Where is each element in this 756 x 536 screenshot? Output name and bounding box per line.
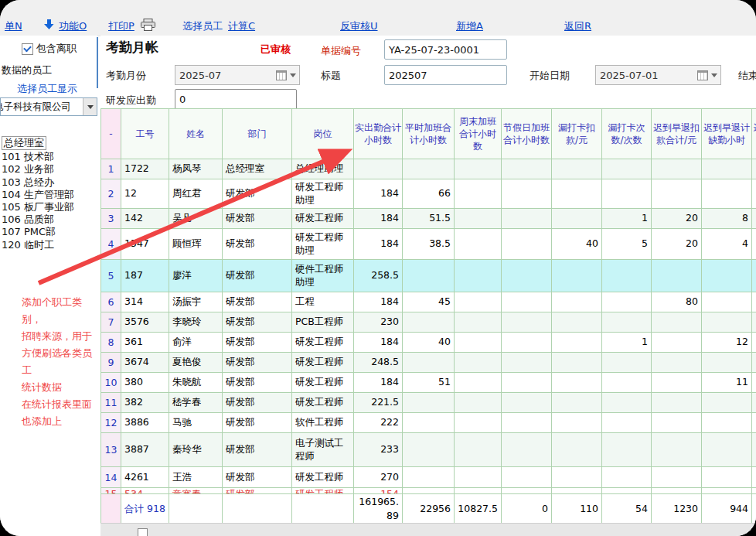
title-input[interactable]: 202507 bbox=[384, 65, 507, 85]
column-header-position[interactable]: 岗位 bbox=[292, 109, 354, 159]
cell-late-leave-fine[interactable]: 20 bbox=[652, 229, 702, 260]
cell-department[interactable]: 研发部 bbox=[223, 373, 292, 393]
cell-actual-hours[interactable]: 258.5 bbox=[354, 260, 403, 292]
cell-actual-hours[interactable]: 184 bbox=[354, 179, 403, 209]
cell-late-leave-fine[interactable] bbox=[652, 353, 702, 373]
cell-overflow[interactable] bbox=[752, 488, 756, 494]
cell-late-leave-fine[interactable]: 20 bbox=[652, 209, 702, 229]
month-input[interactable]: 2025-07 bbox=[175, 65, 300, 85]
column-header-name[interactable]: 姓名 bbox=[169, 109, 223, 159]
cell-weekend-ot[interactable] bbox=[455, 353, 502, 373]
cell-department[interactable]: 研发部 bbox=[223, 353, 292, 373]
row-selector[interactable]: 5 bbox=[101, 260, 121, 292]
cell-weekend-ot[interactable] bbox=[455, 467, 502, 488]
cell-overflow[interactable] bbox=[752, 312, 756, 333]
cell-position[interactable]: 工程 bbox=[292, 292, 354, 312]
cell-position[interactable]: 研发工程师助理 bbox=[292, 229, 354, 260]
cell-late-leave-fine[interactable] bbox=[652, 488, 702, 494]
cell-weekend-ot[interactable] bbox=[455, 179, 502, 209]
cell-overflow[interactable] bbox=[752, 433, 756, 467]
cell-overflow[interactable] bbox=[752, 413, 756, 433]
cell-missed-punch-count[interactable] bbox=[602, 159, 652, 179]
cell-emp-id[interactable]: 4261 bbox=[121, 467, 169, 488]
row-selector[interactable]: 3 bbox=[101, 209, 121, 229]
cell-missed-punch-count[interactable] bbox=[602, 312, 652, 333]
column-header-weekday-ot[interactable]: 平时加班合计小时数 bbox=[403, 109, 455, 159]
cell-late-leave-hours[interactable]: 11 bbox=[702, 373, 752, 393]
row-selector[interactable]: 12 bbox=[101, 413, 121, 433]
department-item[interactable]: 120 临时工 bbox=[2, 239, 74, 251]
cell-missed-punch-fine[interactable] bbox=[552, 393, 602, 413]
cell-overflow[interactable] bbox=[752, 467, 756, 488]
cell-department[interactable]: 研发部 bbox=[223, 433, 292, 467]
cell-weekday-ot[interactable] bbox=[403, 159, 455, 179]
cell-late-leave-hours[interactable]: 4 bbox=[702, 229, 752, 260]
cell-holiday-ot[interactable] bbox=[502, 179, 552, 209]
cell-weekend-ot[interactable] bbox=[455, 373, 502, 393]
cell-weekday-ot[interactable] bbox=[403, 488, 455, 494]
cell-name[interactable]: 马驰 bbox=[169, 413, 223, 433]
column-header-department[interactable]: 部门 bbox=[223, 109, 292, 159]
cell-late-leave-hours[interactable] bbox=[702, 179, 752, 209]
cell-holiday-ot[interactable] bbox=[502, 433, 552, 467]
cell-missed-punch-count[interactable] bbox=[602, 393, 652, 413]
cell-emp-id[interactable]: 142 bbox=[121, 209, 169, 229]
bottom-checkbox[interactable] bbox=[138, 528, 148, 536]
cell-overflow[interactable] bbox=[752, 159, 756, 179]
cell-missed-punch-count[interactable]: 1 bbox=[602, 209, 652, 229]
cell-missed-punch-fine[interactable] bbox=[552, 353, 602, 373]
cell-missed-punch-count[interactable] bbox=[602, 179, 652, 209]
cell-late-leave-fine[interactable] bbox=[652, 373, 702, 393]
cell-holiday-ot[interactable] bbox=[502, 260, 552, 292]
cell-weekday-ot[interactable]: 40 bbox=[403, 333, 455, 353]
cell-name[interactable]: 汤振宇 bbox=[169, 292, 223, 312]
cell-weekend-ot[interactable] bbox=[455, 413, 502, 433]
column-header-holiday-ot[interactable]: 节假日加班合计小时数 bbox=[502, 109, 552, 159]
cell-late-leave-hours[interactable] bbox=[702, 433, 752, 467]
cell-missed-punch-count[interactable] bbox=[602, 433, 652, 467]
cell-weekday-ot[interactable] bbox=[403, 312, 455, 333]
cell-emp-id[interactable]: 3887 bbox=[121, 433, 169, 467]
cell-holiday-ot[interactable] bbox=[502, 159, 552, 179]
department-item[interactable]: 总经理室 bbox=[2, 136, 46, 150]
cell-late-leave-hours[interactable] bbox=[702, 488, 752, 494]
cell-missed-punch-fine[interactable] bbox=[552, 488, 602, 494]
row-selector[interactable]: 1 bbox=[101, 159, 121, 179]
cell-holiday-ot[interactable] bbox=[502, 467, 552, 488]
cell-holiday-ot[interactable] bbox=[502, 333, 552, 353]
cell-weekday-ot[interactable] bbox=[403, 260, 455, 292]
cell-weekend-ot[interactable] bbox=[455, 292, 502, 312]
cell-late-leave-hours[interactable] bbox=[702, 159, 752, 179]
include-resigned-checkbox[interactable]: 包含离职 bbox=[22, 42, 77, 56]
cell-emp-id[interactable]: 3674 bbox=[121, 353, 169, 373]
cell-missed-punch-fine[interactable] bbox=[552, 433, 602, 467]
cell-name[interactable]: 朱晓航 bbox=[169, 373, 223, 393]
cell-actual-hours[interactable] bbox=[354, 159, 403, 179]
cell-weekday-ot[interactable]: 38.5 bbox=[403, 229, 455, 260]
cell-weekday-ot[interactable]: 51 bbox=[403, 373, 455, 393]
row-selector[interactable]: 8 bbox=[101, 333, 121, 353]
cell-weekend-ot[interactable] bbox=[455, 433, 502, 467]
row-selector[interactable]: 2 bbox=[101, 179, 121, 209]
cell-name[interactable]: 吴凡 bbox=[169, 209, 223, 229]
cell-name[interactable]: 嵇学春 bbox=[169, 393, 223, 413]
column-header-selector[interactable]: - bbox=[101, 109, 121, 159]
cell-late-leave-fine[interactable] bbox=[652, 312, 702, 333]
cell-position[interactable]: 电子测试工程师 bbox=[292, 433, 354, 467]
cell-overflow[interactable] bbox=[752, 353, 756, 373]
cell-department[interactable]: 研发部 bbox=[223, 333, 292, 353]
row-selector[interactable]: 15 bbox=[101, 488, 121, 494]
toolbar-item[interactable]: 新增A bbox=[456, 19, 483, 33]
cell-position[interactable]: 软件工程师 bbox=[292, 413, 354, 433]
cell-overflow[interactable] bbox=[752, 292, 756, 312]
column-header-actual-hours[interactable]: 实出勤合计小时数 bbox=[354, 109, 403, 159]
cell-late-leave-fine[interactable] bbox=[652, 179, 702, 209]
cell-late-leave-hours[interactable]: 12 bbox=[702, 333, 752, 353]
column-header-emp-id[interactable]: 工号 bbox=[121, 109, 169, 159]
cell-actual-hours[interactable]: 184 bbox=[354, 373, 403, 393]
cell-late-leave-hours[interactable] bbox=[702, 312, 752, 333]
toolbar-item[interactable]: 选择员工 bbox=[182, 19, 223, 33]
cell-actual-hours[interactable]: 222 bbox=[354, 413, 403, 433]
cell-missed-punch-fine[interactable] bbox=[552, 159, 602, 179]
cell-weekday-ot[interactable]: 66 bbox=[403, 179, 455, 209]
